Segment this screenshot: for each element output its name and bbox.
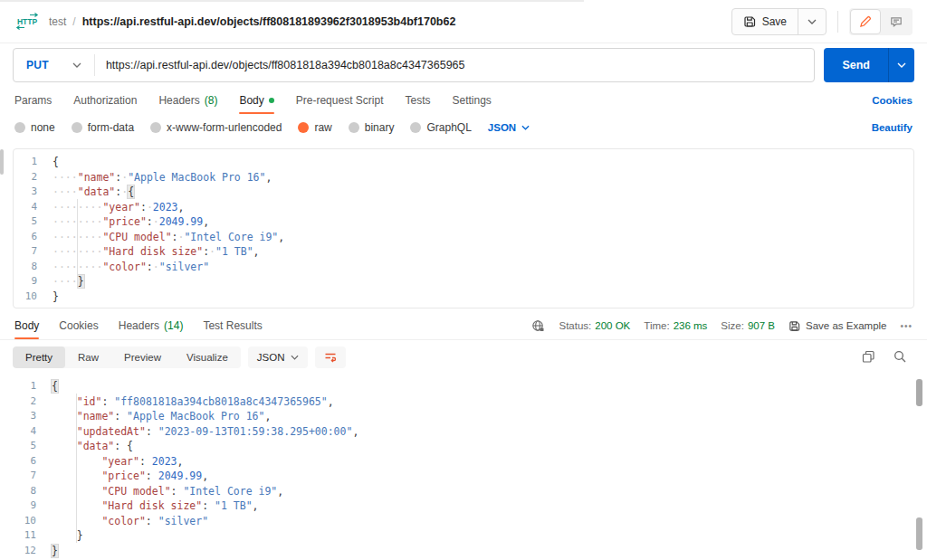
- tab-authorization[interactable]: Authorization: [73, 87, 137, 114]
- tab-settings[interactable]: Settings: [453, 87, 492, 114]
- code-text: "Hard disk size": "1 TB",: [52, 498, 259, 514]
- code-line[interactable]: 11 }: [13, 528, 927, 544]
- collection-name[interactable]: test: [49, 15, 66, 28]
- request-body-editor[interactable]: 1{2····"name":·"Apple MacBook Pro 16",3·…: [13, 148, 914, 308]
- code-line[interactable]: 4········"year":·2023,: [14, 200, 913, 215]
- radio-label: binary: [365, 121, 395, 134]
- body-type-form-data[interactable]: form-data: [72, 121, 134, 134]
- comment-icon: [890, 15, 903, 28]
- time-value: 236 ms: [674, 320, 708, 331]
- code-line[interactable]: 9 "Hard disk size": "1 TB",: [13, 498, 927, 514]
- code-line[interactable]: 6 "year": 2023,: [13, 454, 927, 470]
- method-selector[interactable]: PUT: [14, 59, 94, 71]
- method-label: PUT: [26, 59, 49, 71]
- tab-label: Authorization: [73, 94, 137, 107]
- line-number: 4: [13, 424, 36, 440]
- line-number: 2: [13, 394, 36, 410]
- beautify-link[interactable]: Beautify: [872, 122, 913, 133]
- code-line[interactable]: 8········"color":·"silver": [14, 260, 913, 275]
- edit-request-button[interactable]: [850, 9, 881, 34]
- code-text: ····"data":·{: [53, 185, 134, 200]
- code-text: ········"Hard disk size":·"1 TB",: [53, 244, 260, 260]
- tab-label: Params: [14, 94, 52, 107]
- comments-button[interactable]: [881, 9, 912, 34]
- line-number: 7: [13, 469, 36, 484]
- code-line[interactable]: 1{: [14, 155, 913, 170]
- code-line[interactable]: 10}: [14, 289, 913, 305]
- code-text: ········"year":·2023,: [53, 200, 184, 215]
- save-as-example-button[interactable]: Save as Example: [788, 320, 887, 332]
- page-scrollbar-thumb[interactable]: [916, 517, 922, 550]
- response-language-select[interactable]: JSON: [248, 346, 309, 368]
- body-type-bar: none form-data x-www-form-urlencoded raw…: [0, 114, 927, 141]
- tab-tests[interactable]: Tests: [405, 87, 430, 114]
- body-type-none[interactable]: none: [14, 121, 55, 134]
- code-line[interactable]: 7········"Hard disk size":·"1 TB",: [14, 244, 913, 260]
- chevron-down-icon: [72, 62, 81, 68]
- response-body-viewer[interactable]: 1{2 "id": "ff8081818a394cb8018a8c4347365…: [0, 374, 927, 560]
- code-line[interactable]: 2····"name":·"Apple MacBook Pro 16",: [14, 170, 913, 185]
- code-text: }: [53, 289, 59, 305]
- cookies-link[interactable]: Cookies: [872, 95, 913, 106]
- response-scrollbar-thumb[interactable]: [916, 379, 922, 406]
- code-line[interactable]: 4 "updatedAt": "2023-09-13T01:59:38.295+…: [13, 424, 927, 440]
- tab-response-cookies[interactable]: Cookies: [59, 312, 98, 339]
- code-line[interactable]: 8 "CPU model": "Intel Core i9",: [13, 484, 927, 499]
- code-line[interactable]: 3····"data":·{: [14, 185, 913, 200]
- view-visualize[interactable]: Visualize: [174, 346, 241, 368]
- search-icon[interactable]: [894, 350, 907, 364]
- code-line[interactable]: 1{: [13, 379, 927, 394]
- more-options-button[interactable]: •••: [900, 321, 913, 331]
- chevron-down-icon: [521, 125, 530, 130]
- view-pretty[interactable]: Pretty: [13, 346, 65, 368]
- tab-pre-request-script[interactable]: Pre-request Script: [296, 87, 384, 114]
- status-metric: Status: 200 OK: [559, 320, 630, 331]
- line-number: 10: [13, 514, 36, 529]
- code-line[interactable]: 3 "name": "Apple MacBook Pro 16",: [13, 409, 927, 424]
- view-raw[interactable]: Raw: [65, 346, 111, 368]
- code-text: "year": 2023,: [52, 454, 183, 470]
- code-text: ····}: [53, 274, 84, 289]
- code-line[interactable]: 7 "price": 2049.99,: [13, 469, 927, 484]
- body-type-graphql[interactable]: GraphQL: [410, 121, 471, 134]
- left-scrollbar-thumb[interactable]: [0, 149, 4, 175]
- line-number: 3: [14, 185, 37, 200]
- code-line[interactable]: 2 "id": "ff8081818a394cb8018a8c434736596…: [13, 394, 927, 410]
- code-line[interactable]: 12}: [13, 544, 927, 559]
- code-line[interactable]: 5········"price":·2049.99,: [14, 214, 913, 230]
- line-number: 3: [13, 409, 36, 424]
- tab-test-results[interactable]: Test Results: [203, 312, 262, 339]
- method-url-box: PUT https://api.restful-api.dev/objects/…: [13, 48, 815, 82]
- save-options-button[interactable]: [798, 9, 826, 34]
- tab-params[interactable]: Params: [14, 87, 52, 114]
- radio-icon: [349, 122, 359, 133]
- headers-count-badge: (8): [205, 94, 218, 107]
- chevron-down-icon: [897, 62, 906, 68]
- view-preview[interactable]: Preview: [111, 346, 174, 368]
- send-button[interactable]: Send: [824, 48, 888, 82]
- send-options-button[interactable]: [888, 48, 914, 82]
- code-line[interactable]: 10 "color": "silver": [13, 514, 927, 529]
- line-number: 1: [14, 155, 37, 170]
- copy-icon[interactable]: [862, 350, 875, 364]
- code-line[interactable]: 6········"CPU model":·"Intel Core i9",: [14, 230, 913, 245]
- tab-body[interactable]: Body: [239, 87, 273, 114]
- chevron-down-icon: [808, 19, 817, 24]
- save-button[interactable]: Save: [732, 9, 798, 34]
- body-type-binary[interactable]: binary: [349, 121, 395, 134]
- response-meta: Status: 200 OK Time: 236 ms Size: 907 B …: [531, 312, 913, 339]
- code-text: }: [52, 528, 83, 544]
- network-globe-icon[interactable]: [531, 319, 545, 333]
- tab-label: Body: [14, 319, 39, 332]
- request-language-select[interactable]: JSON: [488, 122, 530, 133]
- body-type-x-www-form-urlencoded[interactable]: x-www-form-urlencoded: [150, 121, 282, 134]
- code-line[interactable]: 9····}: [14, 274, 913, 289]
- url-input[interactable]: https://api.restful-api.dev/objects/ff80…: [95, 59, 476, 71]
- body-type-raw[interactable]: raw: [298, 121, 331, 134]
- tab-response-body[interactable]: Body: [14, 312, 39, 339]
- tab-headers[interactable]: Headers (8): [158, 87, 217, 114]
- code-line[interactable]: 5 "data": {: [13, 439, 927, 454]
- wrap-lines-button[interactable]: [315, 346, 346, 368]
- tab-response-headers[interactable]: Headers (14): [119, 312, 184, 339]
- response-view-switcher: Pretty Raw Preview Visualize: [13, 346, 241, 368]
